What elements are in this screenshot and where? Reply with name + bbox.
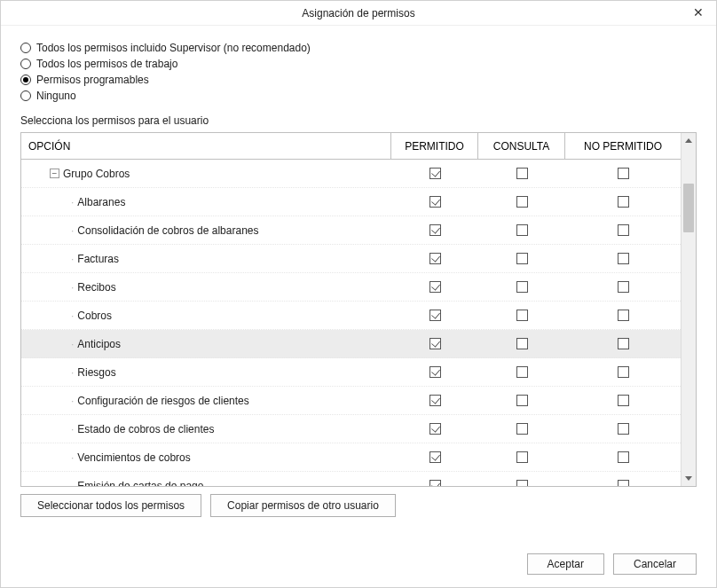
table-row[interactable]: ·Cobros <box>21 302 681 330</box>
checkbox-consult[interactable] <box>516 451 528 463</box>
header-consult: CONSULTA <box>478 133 565 159</box>
radio-option[interactable]: Todos los permisos de trabajo <box>20 58 697 70</box>
checkbox-denied[interactable] <box>618 480 629 486</box>
checkbox-consult[interactable] <box>516 480 528 486</box>
checkbox-allowed[interactable] <box>429 196 441 208</box>
table-row[interactable]: ·Riesgos <box>21 358 681 387</box>
dialog-title: Asignación de permisos <box>302 7 414 20</box>
table-row[interactable]: ·Estado de cobros de clientes <box>21 415 681 443</box>
table-row[interactable]: ·Consolidación de cobros de albaranes <box>21 216 681 245</box>
checkbox-denied[interactable] <box>618 395 629 406</box>
scroll-up-icon[interactable] <box>682 133 696 148</box>
checkbox-consult[interactable] <box>516 196 528 208</box>
checkbox-allowed[interactable] <box>429 451 441 463</box>
tree-leaf-icon: · <box>71 253 74 265</box>
radio-label: Permisos programables <box>36 74 149 86</box>
titlebar: Asignación de permisos ✕ <box>1 1 716 26</box>
radio-icon[interactable] <box>20 74 31 85</box>
checkbox-denied[interactable] <box>618 366 629 378</box>
header-denied: NO PERMITIDO <box>565 133 681 159</box>
checkbox-denied[interactable] <box>618 338 629 349</box>
table-row[interactable]: ·Facturas <box>21 245 681 273</box>
tree-leaf-icon: · <box>71 395 74 407</box>
checkbox-consult[interactable] <box>516 168 528 179</box>
table-row[interactable]: ·Albaranes <box>21 188 681 216</box>
checkbox-consult[interactable] <box>516 423 528 435</box>
checkbox-consult[interactable] <box>516 253 528 264</box>
checkbox-allowed[interactable] <box>429 480 441 486</box>
table-row[interactable]: ·Anticipos <box>21 330 681 358</box>
row-label: Facturas <box>77 253 119 265</box>
checkbox-denied[interactable] <box>618 451 629 463</box>
dialog-window: Asignación de permisos ✕ Todos los permi… <box>0 0 717 588</box>
checkbox-consult[interactable] <box>516 338 528 349</box>
row-label: Recibos <box>77 281 115 294</box>
checkbox-allowed[interactable] <box>429 395 441 406</box>
copy-permissions-button[interactable]: Copiar permisos de otro usuario <box>210 494 396 517</box>
table-row[interactable]: ·Configuración de riesgos de clientes <box>21 387 681 415</box>
radio-icon[interactable] <box>20 59 31 69</box>
checkbox-denied[interactable] <box>618 423 629 435</box>
tree-leaf-icon: · <box>71 281 74 294</box>
ok-button[interactable]: Aceptar <box>527 553 604 575</box>
vertical-scrollbar[interactable] <box>681 133 696 486</box>
tree-leaf-icon: · <box>71 451 74 464</box>
checkbox-consult[interactable] <box>516 395 528 406</box>
checkbox-allowed[interactable] <box>429 168 441 179</box>
cancel-button[interactable]: Cancelar <box>613 553 697 575</box>
radio-label: Todos los permisos incluido Supervisor (… <box>36 42 311 54</box>
dialog-footer: Aceptar Cancelar <box>1 541 716 587</box>
tree-leaf-icon: · <box>71 338 74 350</box>
checkbox-denied[interactable] <box>618 310 629 321</box>
checkbox-consult[interactable] <box>516 281 528 293</box>
checkbox-denied[interactable] <box>618 196 629 208</box>
tree-leaf-icon: · <box>71 196 74 208</box>
scroll-thumb[interactable] <box>683 184 694 232</box>
checkbox-allowed[interactable] <box>429 224 441 236</box>
scroll-down-icon[interactable] <box>682 471 696 486</box>
tree-leaf-icon: · <box>71 310 74 322</box>
checkbox-consult[interactable] <box>516 310 528 321</box>
radio-option[interactable]: Permisos programables <box>20 74 697 86</box>
tree-leaf-icon: · <box>71 480 74 487</box>
row-label: Configuración de riesgos de clientes <box>77 395 248 407</box>
tree-leaf-icon: · <box>71 366 74 379</box>
row-label: Riesgos <box>77 366 115 379</box>
table-row[interactable]: ·Recibos <box>21 273 681 302</box>
checkbox-allowed[interactable] <box>429 366 441 378</box>
close-icon[interactable]: ✕ <box>686 3 711 22</box>
subtitle-label: Selecciona los permisos para el usuario <box>20 114 697 127</box>
scroll-track[interactable] <box>682 148 696 471</box>
checkbox-allowed[interactable] <box>429 281 441 293</box>
table-row[interactable]: −Grupo Cobros <box>21 160 681 188</box>
row-label: Emisión de cartas de pago <box>77 480 203 487</box>
checkbox-allowed[interactable] <box>429 253 441 264</box>
table-row[interactable]: ·Vencimientos de cobros <box>21 443 681 472</box>
radio-label: Ninguno <box>36 90 76 102</box>
checkbox-denied[interactable] <box>618 281 629 293</box>
checkbox-allowed[interactable] <box>429 338 441 349</box>
table-header-row: OPCIÓN PERMITIDO CONSULTA NO PERMITIDO <box>21 133 681 160</box>
checkbox-consult[interactable] <box>516 224 528 236</box>
row-label: Anticipos <box>77 338 121 350</box>
radio-icon[interactable] <box>20 43 31 53</box>
tree-collapse-icon[interactable]: − <box>50 169 59 178</box>
checkbox-consult[interactable] <box>516 366 528 378</box>
checkbox-allowed[interactable] <box>429 310 441 321</box>
radio-option[interactable]: Todos los permisos incluido Supervisor (… <box>20 42 697 54</box>
tree-leaf-icon: · <box>71 423 74 435</box>
table-row[interactable]: ·Emisión de cartas de pago <box>21 472 681 486</box>
radio-icon[interactable] <box>20 90 31 101</box>
row-label: Consolidación de cobros de albaranes <box>77 224 258 237</box>
tree-leaf-icon: · <box>71 224 74 237</box>
checkbox-allowed[interactable] <box>429 423 441 435</box>
permissions-table: OPCIÓN PERMITIDO CONSULTA NO PERMITIDO −… <box>20 132 697 487</box>
row-label: Albaranes <box>77 196 125 208</box>
checkbox-denied[interactable] <box>618 253 629 264</box>
select-all-button[interactable]: Seleccionar todos los permisos <box>20 494 201 517</box>
checkbox-denied[interactable] <box>618 224 629 236</box>
toolbar: Seleccionar todos los permisos Copiar pe… <box>20 494 697 517</box>
row-label: Estado de cobros de clientes <box>77 423 214 435</box>
checkbox-denied[interactable] <box>618 168 629 179</box>
radio-option[interactable]: Ninguno <box>20 90 697 102</box>
